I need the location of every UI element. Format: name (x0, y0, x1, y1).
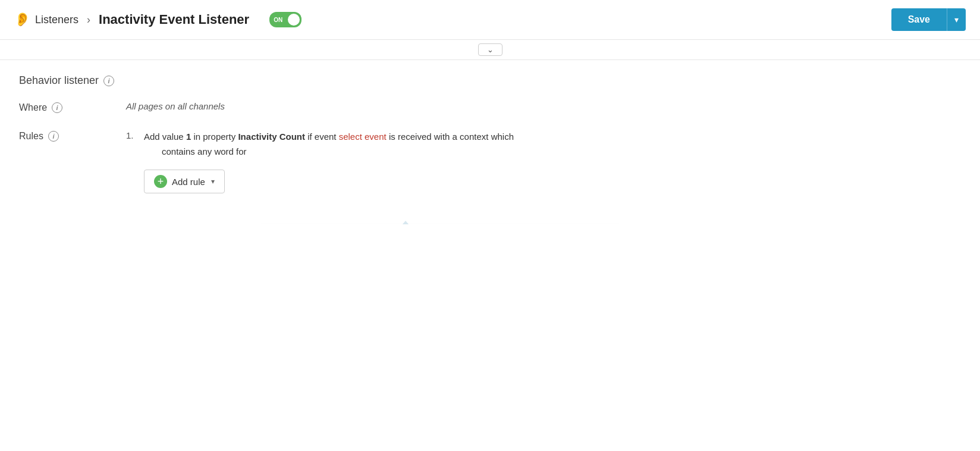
rule-event-select[interactable]: select event (339, 131, 387, 142)
toggle-label: ON (274, 17, 282, 23)
add-rule-button[interactable]: + Add rule ▾ (144, 170, 225, 193)
rule-is-received: is received with a context which (387, 131, 514, 142)
behavior-title-text: Behavior listener (19, 74, 99, 87)
where-label-text: Where (19, 102, 47, 113)
page-title: Inactivity Event Listener (99, 12, 249, 27)
rule-text-block: Add value 1 in property Inactivity Count… (144, 130, 514, 156)
save-button[interactable]: Save (891, 8, 947, 31)
rules-label: Rules i (19, 130, 126, 142)
add-rule-label: Add rule (172, 177, 205, 187)
social-event-popup: Social event i Select event ▾ Custom-def… (256, 221, 624, 224)
behavior-section-title: Behavior listener i (19, 74, 961, 87)
save-dropdown-button[interactable]: ▾ (947, 8, 966, 31)
breadcrumb-separator: › (87, 14, 90, 26)
save-btn-group: Save ▾ (891, 8, 966, 31)
rule-add: Add value (144, 131, 186, 142)
header-left: 👂 Listeners › Inactivity Event Listener … (14, 12, 891, 27)
where-label: Where i (19, 101, 126, 113)
rules-info-icon[interactable]: i (48, 131, 59, 142)
rule-in-property: in property (191, 131, 238, 142)
rule-if-event: if event (305, 131, 339, 142)
rule-property-name: Inactivity Count (238, 131, 305, 142)
where-value: All pages on all channels (126, 101, 961, 111)
ear-icon: 👂 (14, 12, 30, 27)
where-row: Where i All pages on all channels (19, 101, 961, 113)
rules-value: 1. Add value 1 in property Inactivity Co… (126, 130, 961, 193)
behavior-info-icon[interactable]: i (103, 76, 114, 86)
rule-number: 1. (126, 130, 138, 140)
toggle-knob (288, 14, 300, 26)
rule-value: 1 (186, 131, 191, 142)
where-info-icon[interactable]: i (52, 102, 62, 113)
popup-arrow (398, 221, 413, 224)
rule-text: Add value 1 in property Inactivity Count… (144, 131, 514, 142)
header: 👂 Listeners › Inactivity Event Listener … (0, 0, 980, 40)
rules-label-text: Rules (19, 131, 43, 142)
listeners-label: Listeners (35, 14, 78, 26)
collapse-bar: ⌄ (0, 40, 980, 60)
on-off-toggle[interactable]: ON (269, 12, 301, 27)
rule-item-1: 1. Add value 1 in property Inactivity Co… (126, 130, 961, 156)
collapse-button[interactable]: ⌄ (478, 43, 502, 56)
listeners-link[interactable]: 👂 Listeners (14, 12, 78, 27)
rule-continuation: contains any word for (162, 146, 514, 156)
toggle-container: ON (269, 12, 301, 27)
main-content: Behavior listener i Where i All pages on… (0, 60, 980, 224)
plus-circle-icon: + (154, 175, 167, 188)
rules-row: Rules i 1. Add value 1 in property Inact… (19, 130, 961, 193)
add-rule-dropdown-arrow: ▾ (211, 177, 215, 186)
